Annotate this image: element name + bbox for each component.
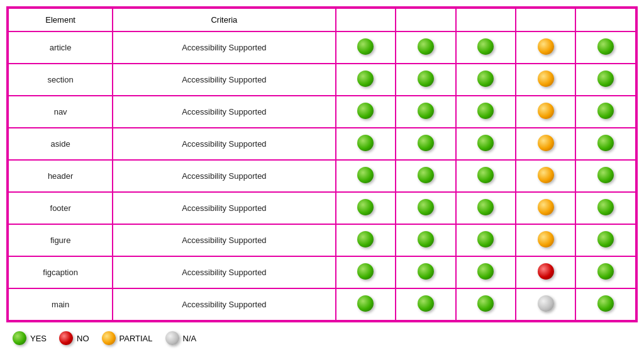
green-ball-icon [418,71,434,87]
green-ball-icon [357,38,374,55]
col-header-criteria: Criteria [113,8,335,31]
ball-cell-4 [575,64,636,96]
table-row: sectionAccessibility Supported [8,64,636,96]
green-ball-icon [597,38,614,55]
ball-cell-1 [396,256,455,288]
ball-cell-0 [336,192,396,224]
element-cell: footer [8,192,113,224]
ball-cell-4 [575,31,636,64]
green-ball-icon [597,135,614,151]
ball-cell-4 [575,96,636,128]
green-ball-icon [597,71,614,87]
legend-item-orange: PARTIAL [102,331,153,345]
criteria-cell: Accessibility Supported [113,224,335,256]
col-header-2 [396,8,455,31]
orange-ball-icon [538,167,554,183]
ball-cell-1 [396,288,455,321]
table-row: mainAccessibility Supported [8,288,636,321]
criteria-cell: Accessibility Supported [113,160,335,192]
green-ball-icon [597,295,614,312]
ball-cell-3 [516,64,575,96]
ball-cell-3 [516,192,575,224]
criteria-cell: Accessibility Supported [113,128,335,160]
col-header-1 [336,8,396,31]
table-row: figureAccessibility Supported [8,224,636,256]
table-header-row: Element Criteria [8,8,636,31]
ball-cell-3 [516,224,575,256]
ball-cell-0 [336,128,396,160]
element-cell: header [8,160,113,192]
element-cell: aside [8,128,113,160]
legend-label-green: YES [30,334,47,343]
ball-cell-0 [336,64,396,96]
ball-cell-0 [336,96,396,128]
legend-label-orange: PARTIAL [119,334,153,343]
table-row: navAccessibility Supported [8,96,636,128]
green-ball-icon [477,167,494,183]
criteria-cell: Accessibility Supported [113,256,335,288]
ball-cell-3 [516,288,575,321]
green-ball-icon [357,295,374,312]
ball-cell-4 [575,288,636,321]
criteria-cell: Accessibility Supported [113,192,335,224]
red-ball-icon [538,263,554,280]
criteria-cell: Accessibility Supported [113,96,335,128]
ball-cell-1 [396,128,455,160]
orange-ball-icon [538,199,554,215]
ball-cell-2 [456,96,516,128]
red-ball-icon [59,331,73,345]
col-header-5 [575,8,636,31]
legend: YESNOPARTIALN/A [6,327,638,349]
ball-cell-1 [396,160,455,192]
green-ball-icon [477,103,494,119]
legend-label-red: NO [77,334,89,343]
criteria-cell: Accessibility Supported [113,31,335,64]
ball-cell-0 [336,256,396,288]
ball-cell-0 [336,288,396,321]
ball-cell-3 [516,128,575,160]
col-header-element: Element [8,8,113,31]
gray-ball-icon [538,295,554,312]
table-row: figcaptionAccessibility Supported [8,256,636,288]
orange-ball-icon [538,135,554,151]
ball-cell-0 [336,160,396,192]
legend-item-gray: N/A [165,331,197,345]
green-ball-icon [477,231,494,247]
green-ball-icon [418,199,434,215]
green-ball-icon [477,263,494,280]
green-ball-icon [418,103,434,119]
accessibility-table: Element Criteria articleAccessibility Su… [6,6,638,322]
col-header-4 [516,8,575,31]
ball-cell-0 [336,31,396,64]
element-cell: section [8,64,113,96]
green-ball-icon [357,167,374,183]
orange-ball-icon [538,38,554,55]
ball-cell-2 [456,160,516,192]
green-ball-icon [597,167,614,183]
green-ball-icon [357,231,374,247]
green-ball-icon [418,231,434,247]
gray-ball-icon [165,331,179,345]
green-ball-icon [597,231,614,247]
green-ball-icon [357,263,374,280]
ball-cell-1 [396,224,455,256]
ball-cell-4 [575,192,636,224]
ball-cell-1 [396,31,455,64]
green-ball-icon [477,199,494,215]
criteria-cell: Accessibility Supported [113,64,335,96]
green-ball-icon [418,38,434,55]
green-ball-icon [357,135,374,151]
ball-cell-2 [456,192,516,224]
ball-cell-2 [456,31,516,64]
ball-cell-1 [396,64,455,96]
ball-cell-2 [456,288,516,321]
orange-ball-icon [538,103,554,119]
table-row: articleAccessibility Supported [8,31,636,64]
element-cell: nav [8,96,113,128]
green-ball-icon [418,295,434,312]
element-cell: article [8,31,113,64]
green-ball-icon [418,263,434,280]
legend-label-gray: N/A [183,334,197,343]
green-ball-icon [357,71,374,87]
ball-cell-4 [575,128,636,160]
